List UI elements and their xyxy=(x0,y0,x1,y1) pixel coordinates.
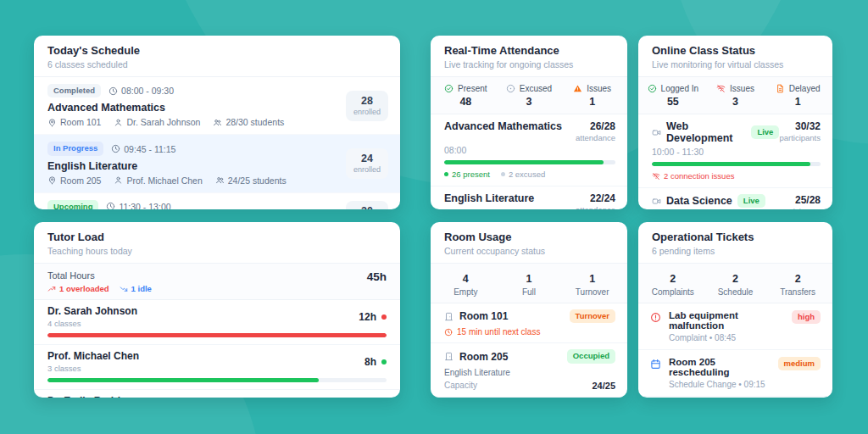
clock-icon xyxy=(444,328,453,337)
class-name: Advanced Mathematics xyxy=(47,102,284,114)
stat-issues: Issues 3 xyxy=(704,84,767,108)
stat-transfers: 2 Transfers xyxy=(766,270,829,297)
connection-issues: 2 connection issues xyxy=(652,171,734,181)
card-header: Today's Schedule 6 classes scheduled xyxy=(34,36,400,77)
ticket-stats: 2 Complaints 2 Schedule 2 Transfers xyxy=(638,264,832,303)
card-subtitle: Teaching hours today xyxy=(47,246,387,256)
ticket-student-class-transfer[interactable]: Student class transfer request Transfer … xyxy=(638,397,832,398)
priority-badge: high xyxy=(792,310,821,324)
clock-icon xyxy=(106,202,115,209)
normal-dot xyxy=(381,359,387,364)
trend-up-icon xyxy=(47,285,56,293)
stat-present: Present 48 xyxy=(434,84,498,108)
capacity-value: 24/25 xyxy=(592,381,615,391)
enrolled-count-box: 28 enrolled xyxy=(346,91,388,121)
students-meta: 28/30 students xyxy=(213,117,284,127)
status-badge: Completed xyxy=(47,84,101,97)
room-row-101[interactable]: Room 101 Turnover 15 min until next clas… xyxy=(431,303,627,343)
tutor-row-sarah-johnson[interactable]: Dr. Sarah Johnson 4 classes 12h xyxy=(34,300,400,345)
enrolled-count-box: 20 enrolled xyxy=(346,201,388,209)
trend-down-icon xyxy=(120,285,128,293)
attendance-row-english-literature[interactable]: English Literature 22/24 attendance Atte… xyxy=(431,186,627,209)
room-status-badge: Turnover xyxy=(570,309,615,323)
tutor-load-card: Tutor Load Teaching hours today Total Ho… xyxy=(34,222,400,398)
card-title: Real-Time Attendance xyxy=(444,44,614,57)
check-circle-icon xyxy=(648,84,657,93)
schedule-item-advanced-mathematics[interactable]: Completed 08:00 - 09:30 Advanced Mathema… xyxy=(34,77,400,135)
overload-dot xyxy=(381,314,387,320)
tutor-row-michael-chen[interactable]: Prof. Michael Chen 3 classes 8h xyxy=(34,345,400,390)
tutor-load-bar xyxy=(47,378,387,382)
door-icon xyxy=(444,352,453,361)
video-icon xyxy=(652,197,661,206)
tutor-row-emily-rodriguez[interactable]: Dr. Emily Rodriguez 2 classes 6h xyxy=(34,390,400,398)
status-badge: Upcoming xyxy=(47,200,98,209)
users-icon xyxy=(213,118,222,127)
online-row-data-science[interactable]: Data Science Live 25/28 participants 14:… xyxy=(638,188,832,209)
live-badge: Live xyxy=(737,194,765,208)
room-meta: Room 205 xyxy=(47,175,101,186)
attendance-ratio: 26/28 xyxy=(576,120,615,132)
tutor-load-bar xyxy=(47,333,387,337)
attendance-ratio-label: attendance xyxy=(576,133,615,142)
stat-complaints: 2 Complaints xyxy=(642,270,704,297)
file-alert-icon xyxy=(776,84,785,93)
ticket-room-205-rescheduling[interactable]: Room 205 rescheduling Schedule Change • … xyxy=(638,350,832,397)
stat-empty: 4 Empty xyxy=(434,270,498,297)
card-header: Tutor Load Teaching hours today xyxy=(34,222,400,264)
users-icon xyxy=(215,175,225,185)
current-class: English Literature xyxy=(444,368,615,377)
card-title: Online Class Status xyxy=(652,44,819,57)
stat-issues: Issues 1 xyxy=(560,84,624,108)
stat-schedule: 2 Schedule xyxy=(704,270,767,297)
excused-circle-icon xyxy=(506,84,515,93)
video-icon xyxy=(652,128,661,137)
room-status-badge: Occupied xyxy=(567,349,615,363)
card-title: Room Usage xyxy=(444,231,614,243)
wifi-off-icon xyxy=(652,172,660,181)
tutor-hours: 8h xyxy=(364,356,387,368)
participants-label: participants xyxy=(779,133,821,142)
enrolled-label: enrolled xyxy=(353,108,381,116)
online-stats: Logged In 55 Issues 3 Delayed 1 xyxy=(638,77,832,114)
schedule-item-english-literature[interactable]: In Progress 09:45 - 11:15 English Litera… xyxy=(34,135,400,192)
door-icon xyxy=(444,312,453,321)
alert-triangle-icon xyxy=(573,84,582,93)
map-pin-icon xyxy=(47,118,57,127)
alert-circle-icon xyxy=(650,312,661,323)
tutor-hours: 12h xyxy=(359,311,387,323)
card-subtitle: Current occupancy status xyxy=(444,246,614,256)
next-class-countdown: 15 min until next class xyxy=(444,327,615,337)
room-meta: Room 101 xyxy=(47,117,101,127)
capacity-label: Capacity xyxy=(444,381,477,390)
stat-turnover: 1 Turnover xyxy=(560,270,624,297)
tutor-load-summary: Total Hours 1 overloaded 1 idle 45h xyxy=(34,264,400,300)
card-subtitle: Live monitoring for virtual classes xyxy=(652,59,819,70)
class-name: English Literature xyxy=(47,160,287,172)
room-row-205[interactable]: Room 205 Occupied English Literature Cap… xyxy=(431,343,627,397)
idle-flag: 1 idle xyxy=(120,284,152,293)
calendar-icon xyxy=(650,359,661,370)
enrolled-count-box: 24 enrolled xyxy=(346,148,388,179)
stat-logged-in: Logged In 55 xyxy=(642,84,704,108)
participants-progress-bar xyxy=(652,162,821,166)
schedule-item-physics-laboratory[interactable]: Upcoming 11:30 - 13:00 Physics Laborator… xyxy=(34,193,400,209)
priority-badge: medium xyxy=(778,357,821,370)
wifi-off-icon xyxy=(716,84,726,93)
attendance-row-advanced-mathematics[interactable]: Advanced Mathematics 26/28 attendance 08… xyxy=(431,114,627,186)
card-subtitle: 6 classes scheduled xyxy=(47,59,387,70)
ticket-lab-equipment-malfunction[interactable]: Lab equipment malfunction Complaint • 08… xyxy=(638,303,832,350)
user-icon xyxy=(114,175,123,185)
online-class-status-card: Online Class Status Live monitoring for … xyxy=(638,36,832,209)
total-hours-label: Total Hours xyxy=(47,270,152,281)
online-row-web-development[interactable]: Web Development Live 30/32 participants … xyxy=(638,114,832,188)
tutor-meta: Dr. Sarah Johnson xyxy=(114,117,200,127)
card-subtitle: Live tracking for ongoing classes xyxy=(444,59,614,70)
clock-icon xyxy=(108,86,118,96)
card-subtitle: 6 pending items xyxy=(652,246,819,256)
total-hours-value: 45h xyxy=(367,270,387,283)
operational-tickets-card: Operational Tickets 6 pending items 2 Co… xyxy=(638,222,832,398)
class-time: 08:00 - 09:30 xyxy=(108,86,174,96)
ticket-meta: Complaint • 08:45 xyxy=(669,333,784,342)
room-usage-card: Room Usage Current occupancy status 4 Em… xyxy=(431,222,627,398)
